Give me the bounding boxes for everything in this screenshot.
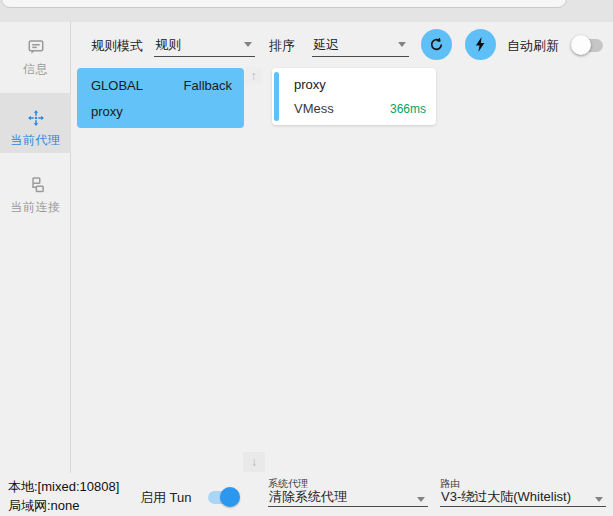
toggle-knob bbox=[571, 35, 591, 55]
sort-value: 延迟 bbox=[313, 36, 339, 54]
window-top-panel-edge bbox=[1, 0, 567, 8]
scroll-down-button[interactable]: ↓ bbox=[243, 452, 265, 472]
arrow-up-icon: ↑ bbox=[251, 69, 257, 83]
system-proxy-value: 清除系统代理 bbox=[269, 488, 347, 506]
sort-dropdown[interactable]: 延迟 bbox=[312, 30, 409, 57]
toggle-knob bbox=[220, 487, 240, 507]
group-selected-proxy: proxy bbox=[91, 104, 123, 119]
rule-mode-value: 规则 bbox=[155, 36, 181, 54]
move-arrows-icon bbox=[27, 109, 45, 127]
sidebar: 信息 当前代理 bbox=[0, 22, 71, 473]
refresh-icon bbox=[428, 36, 445, 53]
chevron-down-icon bbox=[398, 42, 406, 47]
status-bar: 本地:[mixed:10808] 局域网:none 启用 Tun 系统代理 清除… bbox=[0, 473, 613, 516]
sidebar-item-info[interactable]: 信息 bbox=[0, 32, 71, 88]
node-latency: 366ms bbox=[390, 102, 426, 116]
speed-test-button[interactable] bbox=[465, 29, 496, 60]
scroll-up-button[interactable]: ↑ bbox=[245, 67, 262, 84]
local-port-text: 本地:[mixed:10808] bbox=[8, 478, 119, 496]
route-value: V3-绕过大陆(Whitelist) bbox=[441, 488, 571, 506]
route-dropdown[interactable]: V3-绕过大陆(Whitelist) bbox=[440, 488, 606, 507]
chevron-down-icon bbox=[595, 497, 603, 502]
message-icon bbox=[27, 38, 45, 56]
auto-refresh-label: 自动刷新 bbox=[507, 37, 559, 55]
sidebar-item-current-proxy[interactable]: 当前代理 bbox=[0, 93, 71, 153]
chevron-down-icon bbox=[244, 42, 252, 47]
sidebar-item-label: 信息 bbox=[23, 61, 48, 78]
tun-toggle[interactable] bbox=[208, 491, 238, 504]
lightning-icon bbox=[472, 36, 489, 53]
node-accent-bar bbox=[274, 72, 279, 121]
app-window: 信息 当前代理 bbox=[0, 0, 613, 516]
sidebar-item-label: 当前代理 bbox=[11, 132, 61, 149]
sidebar-item-current-connections[interactable]: 当前连接 bbox=[0, 170, 71, 226]
node-protocol: VMess bbox=[294, 101, 334, 116]
chevron-down-icon bbox=[417, 497, 425, 502]
lan-text: 局域网:none bbox=[8, 497, 80, 515]
arrow-down-icon: ↓ bbox=[251, 455, 257, 469]
node-name: proxy bbox=[294, 77, 326, 92]
proxy-panel: 规则模式 规则 排序 延迟 bbox=[71, 22, 613, 473]
system-proxy-dropdown[interactable]: 清除系统代理 bbox=[268, 488, 428, 507]
refresh-button[interactable] bbox=[421, 29, 452, 60]
sidebar-item-label: 当前连接 bbox=[11, 199, 61, 216]
tun-label: 启用 Tun bbox=[140, 489, 192, 507]
group-name: GLOBAL bbox=[91, 78, 143, 93]
sort-label: 排序 bbox=[269, 37, 295, 55]
rule-mode-label: 规则模式 bbox=[91, 37, 143, 55]
network-nodes-icon bbox=[27, 176, 45, 194]
group-type: Fallback bbox=[184, 78, 232, 93]
auto-refresh-toggle[interactable] bbox=[573, 39, 603, 52]
window-top-strip bbox=[0, 0, 613, 22]
proxy-group-card[interactable]: GLOBAL Fallback proxy bbox=[77, 68, 244, 128]
proxy-node-card[interactable]: proxy VMess 366ms bbox=[272, 68, 436, 125]
rule-mode-dropdown[interactable]: 规则 bbox=[154, 30, 255, 57]
